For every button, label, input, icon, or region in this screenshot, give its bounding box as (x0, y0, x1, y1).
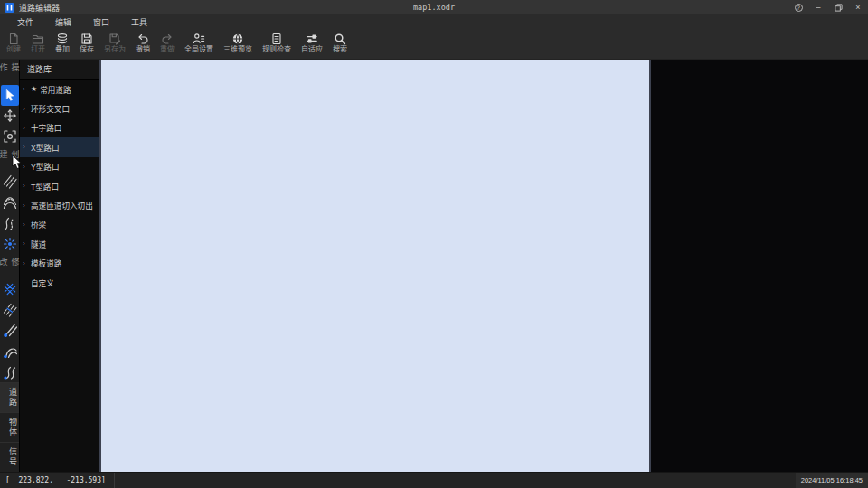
tab-objects[interactable]: 物体 (0, 412, 19, 442)
cursor-icon (3, 88, 17, 102)
menubar: 文件 编辑 窗口 工具 (0, 14, 868, 30)
undo-icon (137, 32, 149, 45)
redo-button[interactable]: 重做 (156, 32, 179, 56)
coordinates-readout: [ 223.822, -213.593] (0, 473, 115, 488)
statusbar-spacer (115, 473, 796, 488)
preview-3d-button[interactable]: 三维预览 (219, 32, 257, 56)
chevron-right-icon[interactable]: › (23, 105, 28, 113)
titlebar: 道路编辑器 map1.xodr ? – × (0, 0, 868, 14)
open-folder-icon (32, 32, 44, 45)
maximize-button[interactable] (828, 0, 848, 14)
junction-grid-icon (3, 282, 17, 296)
three-d-preview-icon (231, 32, 244, 45)
library-item-common-roads[interactable]: › ★ 常用道路 (20, 80, 99, 99)
library-item-crossroads[interactable]: › 十字路口 (20, 118, 99, 137)
road-library-panel: 道路库 › ★ 常用道路 › 环形交叉口 › 十字路口 › X型路口 › Y型路… (20, 60, 99, 472)
roundabout-tool[interactable] (1, 233, 19, 254)
app-logo-icon (5, 3, 14, 13)
restore-icon (835, 4, 843, 12)
help-button[interactable]: ? (788, 0, 808, 14)
junction-tool[interactable] (1, 279, 19, 300)
new-button[interactable]: 创建 (2, 32, 25, 56)
arc-road-tool[interactable] (1, 192, 19, 213)
region-select-icon (3, 129, 17, 144)
chevron-right-icon[interactable]: › (23, 202, 28, 210)
auto-fit-button[interactable]: 自适应 (297, 32, 327, 56)
tool-strip: 操作 创建 修改 (0, 60, 20, 472)
close-button[interactable]: × (848, 0, 868, 14)
chevron-right-icon[interactable]: › (23, 85, 28, 93)
menu-file[interactable]: 文件 (13, 16, 38, 28)
straight-road-tool[interactable] (1, 172, 19, 192)
chevron-right-icon[interactable]: › (23, 259, 28, 267)
roundabout-icon (3, 237, 17, 251)
library-item-template-roads[interactable]: › 模板道路 (20, 254, 99, 273)
side-tab-bar: 道路 物体 信号 (0, 382, 19, 472)
undo-button[interactable]: 撤销 (131, 32, 155, 56)
save-icon (80, 32, 93, 45)
search-icon (334, 32, 346, 45)
minimize-button[interactable]: – (808, 0, 828, 14)
auto-fit-icon (306, 32, 318, 45)
region-select-tool[interactable] (1, 126, 19, 146)
app-title: 道路编辑器 (19, 2, 60, 14)
redo-icon (161, 32, 174, 45)
library-item-bridge[interactable]: › 桥梁 (20, 215, 99, 234)
save-as-button[interactable]: 另存为 (99, 32, 130, 56)
arc-road-icon (3, 195, 17, 210)
open-button[interactable]: 打开 (26, 32, 50, 56)
library-item-t-junction[interactable]: › T型路口 (20, 176, 99, 195)
chevron-right-icon[interactable]: › (23, 143, 28, 151)
search-button[interactable]: 搜索 (328, 32, 352, 56)
move-arrows-icon (3, 108, 17, 123)
select-tool[interactable] (1, 85, 19, 106)
section-label-create: 创建 (0, 150, 22, 169)
s-curve-road-tool[interactable] (1, 213, 19, 234)
chevron-right-icon[interactable]: › (23, 239, 28, 248)
main-area: 操作 创建 修改 (0, 60, 868, 472)
arc-edit-icon (3, 344, 17, 359)
main-toolbar: 创建 打开 叠加 保存 另存为 撤销 重做 全局设置 (0, 30, 868, 60)
rule-check-icon (270, 32, 283, 45)
menu-window[interactable]: 窗口 (89, 16, 114, 28)
star-icon: ★ (31, 85, 37, 93)
library-item-y-junction[interactable]: › Y型路口 (20, 157, 99, 176)
chevron-right-icon[interactable]: › (23, 221, 28, 229)
library-item-custom[interactable]: 自定义 (20, 273, 99, 292)
clock-readout: 2024/11/05 16:18:45 (796, 473, 868, 488)
extend-road-tool[interactable] (1, 321, 19, 342)
overlay-button[interactable]: 叠加 (51, 32, 74, 56)
library-title: 道路库 (20, 60, 99, 80)
section-label-operations: 操作 (0, 63, 22, 82)
library-item-roundabout[interactable]: › 环形交叉口 (20, 99, 99, 117)
section-label-modify: 修改 (0, 258, 22, 277)
save-button[interactable]: 保存 (75, 32, 99, 56)
tab-road[interactable]: 道路 (0, 382, 19, 412)
chevron-right-icon[interactable]: › (23, 163, 28, 171)
s-curve-road-icon (3, 216, 17, 230)
s-curve-edit-icon (3, 365, 17, 380)
new-file-icon (7, 32, 20, 45)
document-title: map1.xodr (271, 3, 597, 12)
save-as-icon (108, 32, 121, 45)
map-canvas[interactable] (99, 60, 651, 472)
tab-signals[interactable]: 信号 (0, 442, 19, 472)
app-window: 道路编辑器 map1.xodr ? – × 文件 编辑 窗口 工具 创建 打开 (0, 0, 868, 488)
menu-edit[interactable]: 编辑 (51, 16, 76, 28)
s-curve-edit-tool[interactable] (1, 361, 19, 382)
chevron-right-icon[interactable]: › (23, 182, 28, 190)
global-settings-icon (193, 32, 205, 45)
statusbar: [ 223.822, -213.593] 2024/11/05 16:18:45 (0, 472, 868, 488)
library-item-tunnel[interactable]: › 隧道 (20, 234, 99, 253)
split-road-tool[interactable] (1, 300, 19, 321)
split-road-icon (3, 303, 17, 317)
arc-edit-tool[interactable] (1, 341, 19, 361)
move-tool[interactable] (1, 106, 19, 127)
library-item-x-junction[interactable]: › X型路口 (20, 137, 99, 156)
chevron-right-icon[interactable]: › (23, 124, 28, 132)
global-settings-button[interactable]: 全局设置 (180, 32, 218, 56)
rule-check-button[interactable]: 规则检查 (258, 32, 296, 56)
menu-tools[interactable]: 工具 (127, 16, 152, 28)
overlay-stack-icon (56, 32, 69, 45)
library-item-highway-ramp[interactable]: › 高速匝道切入切出 (20, 195, 99, 214)
